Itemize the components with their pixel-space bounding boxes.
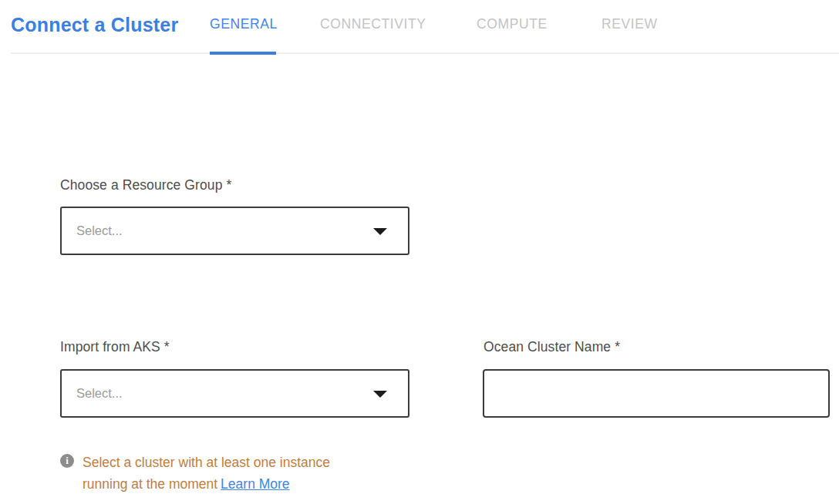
ocean-cluster-name-input[interactable] [483, 369, 830, 418]
tab-compute[interactable]: COMPUTE [477, 16, 548, 32]
import-aks-select-placeholder: Select... [76, 386, 123, 401]
info-message-text: Select a cluster with at least one insta… [83, 452, 362, 495]
tab-general[interactable]: GENERAL [210, 16, 278, 32]
tab-connectivity[interactable]: CONNECTIVITY [320, 16, 426, 32]
resource-group-select[interactable]: Select... [60, 207, 409, 255]
import-aks-select[interactable]: Select... [60, 369, 409, 418]
tab-review[interactable]: REVIEW [601, 16, 658, 32]
info-message-body: Select a cluster with at least one insta… [83, 455, 330, 492]
cluster-info-message: i Select a cluster with at least one ins… [60, 452, 369, 495]
import-aks-label: Import from AKS * [60, 339, 170, 355]
ocean-cluster-name-label: Ocean Cluster Name * [484, 339, 620, 355]
header-divider [11, 52, 839, 54]
learn-more-link[interactable]: Learn More [221, 476, 290, 492]
chevron-down-icon [373, 391, 387, 398]
active-tab-underline [210, 52, 276, 55]
page-title: Connect a Cluster [11, 14, 178, 36]
resource-group-label: Choose a Resource Group * [60, 177, 231, 193]
connect-cluster-wizard: Connect a Cluster GENERAL CONNECTIVITY C… [0, 0, 839, 504]
chevron-down-icon [373, 228, 387, 235]
info-icon: i [60, 454, 74, 468]
resource-group-select-placeholder: Select... [76, 223, 123, 238]
wizard-header: Connect a Cluster GENERAL CONNECTIVITY C… [0, 0, 839, 54]
